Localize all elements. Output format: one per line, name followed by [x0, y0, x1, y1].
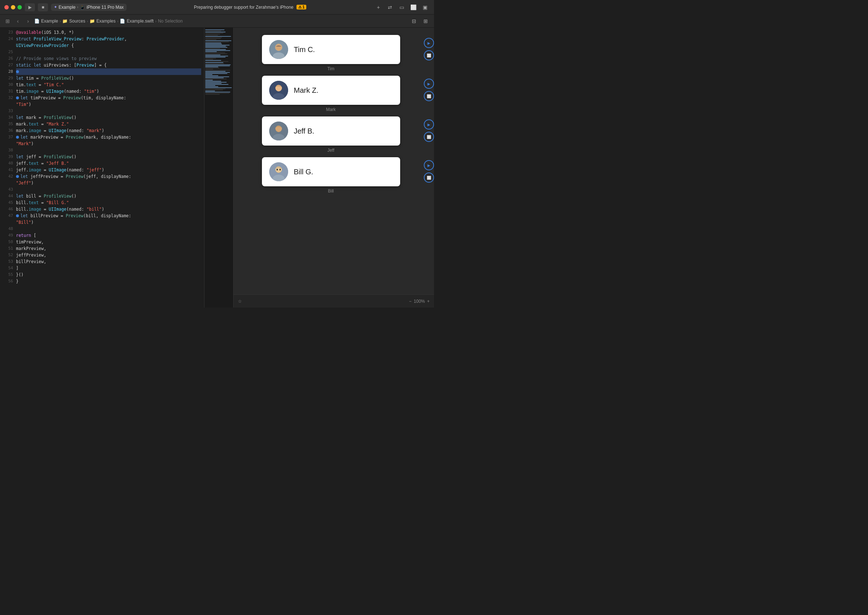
preview-panel: Tim C.Tim▶⬜ Mark Z.Mark▶⬜ Jeff B.Jeff▶⬜ …	[234, 28, 434, 308]
code-line: timPreview,	[16, 239, 201, 245]
breadcrumb-sources[interactable]: 📁 Sources	[62, 19, 85, 23]
code-line	[16, 226, 201, 232]
preview-play-button-tim[interactable]: ▶	[424, 38, 434, 48]
layout-split-icon[interactable]: ⬜	[408, 3, 418, 11]
code-line: @available(iOS 13.0, *)	[16, 29, 201, 36]
avatar-jeff	[269, 122, 288, 140]
svg-point-13	[276, 169, 278, 171]
code-line	[16, 186, 201, 193]
footer-zoom: − 100% +	[409, 299, 430, 304]
layout-triple-icon[interactable]: ▣	[420, 3, 430, 11]
editor-layout-icon[interactable]: ⊟	[409, 17, 419, 25]
code-line: "Mark")	[16, 140, 201, 147]
preview-stop-button-mark[interactable]: ⬜	[424, 91, 434, 101]
preview-content: Tim C.Tim▶⬜ Mark Z.Mark▶⬜ Jeff B.Jeff▶⬜ …	[234, 28, 434, 294]
sources-folder-icon: 📁	[62, 19, 68, 23]
code-editor: 2324252627282930313233343536373839404142…	[0, 28, 204, 308]
code-line: let mark = ProfileView()	[16, 114, 201, 121]
add-button[interactable]: +	[374, 3, 383, 11]
preview-play-button-mark[interactable]: ▶	[424, 79, 434, 89]
breadcrumb-sep-2: ›	[87, 19, 88, 23]
code-line: let billPreview = Preview(bill, displayN…	[16, 212, 201, 219]
code-line: "Tim")	[16, 101, 201, 108]
breadcrumb-file[interactable]: 📄 Example.swift	[120, 19, 154, 23]
preview-play-button-jeff[interactable]: ▶	[424, 119, 434, 130]
breakpoint-indicator	[16, 214, 19, 217]
scheme-selector[interactable]: ✦ Example › 📱 iPhone 11 Pro Max	[51, 4, 126, 11]
toolbar: ⊞ ‹ › 📄 Example › 📁 Sources › 📁 Examples…	[0, 14, 434, 28]
preview-card-bill: Bill G.	[262, 157, 400, 186]
code-lines[interactable]: @available(iOS 13.0, *)struct ProfileVie…	[16, 28, 204, 308]
close-button[interactable]	[5, 5, 9, 9]
examples-folder-icon: 📁	[89, 19, 95, 23]
breakpoint-indicator	[16, 175, 19, 178]
zoom-level: 100%	[414, 299, 425, 304]
code-line: jeff.text = "Jeff B."	[16, 160, 201, 167]
code-line: let markPreview = Preview(mark, displayN…	[16, 134, 201, 140]
warning-badge[interactable]: ⚠ 1	[296, 5, 306, 9]
card-name-tim: Tim C.	[294, 45, 315, 54]
code-line: billPreview,	[16, 258, 201, 265]
footer-star[interactable]: ☆	[238, 299, 242, 304]
preview-play-button-bill[interactable]: ▶	[424, 160, 434, 170]
title-bar-right: + ⇄ ▭ ⬜ ▣	[374, 3, 430, 11]
breadcrumb-selection[interactable]: No Selection	[158, 19, 182, 23]
code-line: struct ProfileView_Preview: PreviewProvi…	[16, 36, 201, 42]
transfer-icon[interactable]: ⇄	[385, 3, 395, 11]
run-button[interactable]: ▶	[25, 3, 35, 11]
forward-button[interactable]: ›	[24, 17, 32, 25]
code-line: bill.text = "Bill G."	[16, 200, 201, 206]
breadcrumb-examples[interactable]: 📁 Examples	[89, 19, 116, 23]
code-line	[16, 147, 201, 154]
card-name-bill: Bill G.	[294, 168, 313, 176]
avatar-mark	[269, 81, 288, 100]
code-line: let jeff = ProfileView()	[16, 154, 201, 160]
toolbar-right: ⊟ ⊞	[409, 17, 430, 25]
code-line: return [	[16, 232, 201, 239]
device-name: iPhone 11 Pro Max	[87, 5, 124, 10]
stop-button[interactable]: ■	[38, 3, 48, 11]
svg-point-3	[276, 44, 282, 50]
status-message: Preparing debugger support for Zerahmae'…	[129, 5, 371, 10]
code-line: markPreview,	[16, 245, 201, 252]
grid-view-button[interactable]: ⊞	[4, 17, 12, 25]
preview-label-tim: Tim	[327, 66, 335, 71]
preview-stop-button-bill[interactable]: ⬜	[424, 172, 434, 183]
swift-file-icon: 📄	[120, 19, 125, 23]
scheme-name: Example	[59, 5, 76, 10]
code-line: jeffPreview,	[16, 252, 201, 258]
preview-row: Tim C.Tim▶⬜	[241, 35, 434, 71]
code-content: 2324252627282930313233343536373839404142…	[0, 28, 204, 308]
breakpoint-indicator	[16, 70, 19, 73]
inspector-icon[interactable]: ⊞	[421, 17, 430, 25]
avatar-tim	[269, 40, 288, 59]
breadcrumb-sep-3: ›	[117, 19, 118, 23]
layout-single-icon[interactable]: ▭	[397, 3, 406, 11]
zoom-controls: − 100% +	[409, 299, 430, 304]
minimap-content	[204, 28, 233, 97]
traffic-lights	[5, 5, 22, 9]
code-line: let tim = ProfileView()	[16, 75, 201, 81]
preview-item-wrapper: Tim C.Tim	[241, 35, 421, 71]
minimize-button[interactable]	[11, 5, 15, 9]
preview-controls-mark: ▶⬜	[424, 79, 434, 101]
preview-stop-button-jeff[interactable]: ⬜	[424, 132, 434, 142]
code-line: let jeffPreview = Preview(jeff, displayN…	[16, 173, 201, 180]
zoom-minus-button[interactable]: −	[409, 299, 411, 304]
chevron-right-icon: ›	[77, 5, 78, 9]
project-icon: 📄	[34, 19, 40, 23]
zoom-plus-button[interactable]: +	[427, 299, 430, 304]
code-line: tim.image = UIImage(named: "tim")	[16, 88, 201, 95]
fullscreen-button[interactable]	[17, 5, 22, 9]
breadcrumb-project[interactable]: 📄 Example	[34, 19, 58, 23]
preview-card-jeff: Jeff B.	[262, 117, 400, 145]
preview-stop-button-tim[interactable]: ⬜	[424, 50, 434, 61]
preview-item-wrapper: Mark Z.Mark	[241, 76, 421, 112]
breakpoint-indicator	[16, 97, 19, 99]
card-name-jeff: Jeff B.	[294, 127, 314, 135]
preview-controls-bill: ▶⬜	[424, 160, 434, 183]
code-line	[16, 49, 201, 55]
code-line: tim.text = "Tim C."	[16, 81, 201, 88]
minimap[interactable]	[204, 28, 234, 308]
back-button[interactable]: ‹	[14, 17, 22, 25]
